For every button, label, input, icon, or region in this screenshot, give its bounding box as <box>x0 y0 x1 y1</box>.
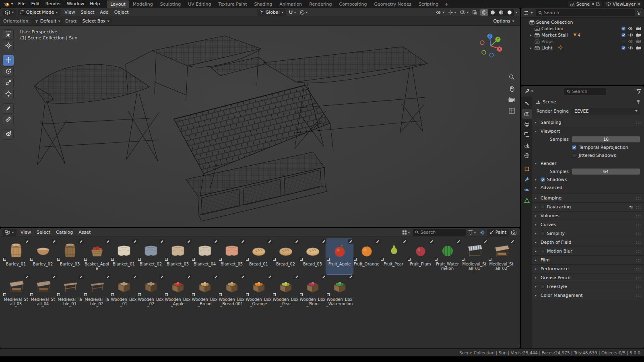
panel-header-sampling[interactable]: ▾ Sampling <box>532 118 644 127</box>
checkbox-checked[interactable] <box>541 177 545 182</box>
editor-type-button[interactable] <box>523 9 534 16</box>
editor-type-button[interactable] <box>2 9 17 16</box>
properties-tab-object[interactable] <box>522 164 532 174</box>
asset-item-bread-02[interactable]: Bread_02 <box>272 239 299 274</box>
properties-tab-data[interactable] <box>522 195 532 205</box>
panel-header-performance[interactable]: ▸ Performance <box>532 264 644 273</box>
viewport-menu-object[interactable]: Object <box>111 8 132 16</box>
asset-item-wooden-box-watermelon[interactable]: Wooden_Box_Watermelon <box>326 274 353 310</box>
drag-dots-icon[interactable] <box>636 121 641 124</box>
remove-viewlayer-icon[interactable] <box>637 2 640 6</box>
checkbox-checked[interactable] <box>621 46 625 50</box>
disable-render-icon[interactable] <box>636 46 641 50</box>
asset-menu-asset[interactable]: Asset <box>76 228 93 237</box>
workspace-tab-rendering[interactable]: Rendering <box>305 0 335 8</box>
hide-eye-icon[interactable] <box>628 27 634 31</box>
properties-search-input[interactable] <box>572 89 604 94</box>
panel-header-color-management[interactable]: ▸ Color Management <box>532 291 644 300</box>
workspace-tab-modeling[interactable]: Modeling <box>129 0 157 8</box>
asset-item-wooden-box-pear[interactable]: Wooden_Box_Pear <box>272 274 299 310</box>
panel-header-motion-blur[interactable]: ▸ Motion Blur <box>532 247 644 255</box>
asset-item-medieval-stall-04[interactable]: Medieval_Stall_04 <box>29 274 56 310</box>
asset-search-input[interactable] <box>421 230 463 235</box>
render-engine-dropdown[interactable]: EEVEE <box>572 108 640 115</box>
checkbox-unchecked[interactable] <box>541 205 545 209</box>
asset-item-medieval-table-01[interactable]: Medieval_Table_01 <box>56 274 83 310</box>
menu-window[interactable]: Window <box>64 0 87 8</box>
drag-dots-icon[interactable] <box>636 206 641 209</box>
panel-header-freestyle[interactable]: ▸ Freestyle <box>532 282 644 291</box>
disable-render-icon[interactable] <box>636 39 641 43</box>
asset-item-medieval-stall-03[interactable]: Medieval_Stall_03 <box>2 274 29 310</box>
screenshot-button[interactable] <box>510 229 518 236</box>
asset-item-wooden-box-bread[interactable]: Wooden_Box_Bread <box>191 274 218 310</box>
asset-item-wooden-box-plum[interactable]: Wooden_Box_Plum <box>299 274 326 310</box>
asset-item-bread-03[interactable]: Bread_03 <box>299 239 326 274</box>
panel-header-film[interactable]: ▸ Film <box>532 255 644 264</box>
workspace-tab-sculpting[interactable]: Sculpting <box>157 0 184 8</box>
workspace-tab-layout[interactable]: Layout <box>107 0 129 8</box>
viewport-menu-view[interactable]: View <box>62 8 78 16</box>
tool-scale-button[interactable] <box>3 78 14 88</box>
outliner-row-scene-collection[interactable]: Scene Collection <box>521 19 644 25</box>
overlays-button[interactable] <box>459 9 470 16</box>
viewlayer-selector[interactable]: ViewLayer <box>604 1 642 7</box>
blender-menu-button[interactable] <box>2 2 15 7</box>
outliner-row-market-stall[interactable]: ▸ Market Stall4 <box>521 32 644 38</box>
tool-rotate-button[interactable] <box>3 66 14 77</box>
drag-dots-icon[interactable] <box>636 259 641 262</box>
proportional-editing-button[interactable] <box>299 9 309 16</box>
asset-item-blanket-05[interactable]: Blanket_05 <box>218 239 245 274</box>
checkbox-unchecked[interactable] <box>541 284 545 289</box>
outliner-row-collection[interactable]: Collection <box>521 25 644 32</box>
disable-render-icon[interactable] <box>636 27 641 31</box>
viewport-menu-select[interactable]: Select <box>78 8 97 16</box>
hide-eye-icon[interactable] <box>628 46 634 50</box>
grid-view-icon[interactable] <box>509 108 515 114</box>
workspace-tab-texture-paint[interactable]: Texture Paint <box>215 0 251 8</box>
outliner-row-light[interactable]: ▸ Light <box>521 45 644 51</box>
navigation-gizmo[interactable]: Z Y X <box>477 32 504 59</box>
workspace-tab-scripting[interactable]: Scripting <box>415 0 442 8</box>
tool-select-box-button[interactable] <box>3 29 14 40</box>
asset-item-fruit-apple[interactable]: Fruit_Apple <box>326 239 353 274</box>
asset-item-blanket-02[interactable]: Blanket_02 <box>137 239 164 274</box>
hide-eye-icon[interactable] <box>628 39 634 43</box>
viewport-samples-field[interactable]: 16 <box>572 136 640 142</box>
filter-icon[interactable] <box>636 89 641 94</box>
workspace-tab-uv-editing[interactable]: UV Editing <box>184 0 215 8</box>
display-mode-button[interactable] <box>401 229 411 236</box>
properties-tab-physics[interactable] <box>522 185 532 195</box>
panel-header-depth-of-field[interactable]: ▸ Depth of Field <box>532 238 644 247</box>
asset-item-bread-01[interactable]: Bread_01 <box>245 239 272 274</box>
workspace-tab-animation[interactable]: Animation <box>276 0 305 8</box>
panel-header-clamping[interactable]: ▸ Clamping <box>532 193 644 202</box>
checkbox-unchecked[interactable] <box>541 249 545 253</box>
object-visibility-button[interactable] <box>435 9 446 16</box>
drag-dots-icon[interactable] <box>636 241 641 244</box>
drag-dots-icon[interactable] <box>636 223 641 226</box>
checkbox-unchecked[interactable] <box>541 231 545 236</box>
drag-dots-icon[interactable] <box>636 276 641 280</box>
gizmos-button[interactable] <box>447 9 458 16</box>
asset-settings-button[interactable] <box>479 229 486 236</box>
drag-dots-icon[interactable] <box>636 214 641 218</box>
drag-dots-icon[interactable] <box>636 197 641 200</box>
viewport-canvas[interactable]: User Perspective (1) Scene Collection | … <box>0 26 520 227</box>
asset-item-fruit-plum[interactable]: Fruit_Plum <box>407 239 434 274</box>
panel-header-shadows[interactable]: ▸ Shadows <box>532 175 644 183</box>
xray-toggle-button[interactable] <box>471 9 479 16</box>
menu-render[interactable]: Render <box>43 0 64 8</box>
drag-dots-icon[interactable] <box>636 267 641 271</box>
asset-item-blanket-01[interactable]: Blanket_01 <box>110 239 137 274</box>
hide-eye-icon[interactable] <box>436 10 442 14</box>
drag-dots-icon[interactable] <box>636 232 641 235</box>
asset-item-fruit-pear[interactable]: Fruit_Pear <box>380 239 407 274</box>
shading-wireframe-button[interactable] <box>480 9 488 16</box>
hide-eye-icon[interactable] <box>628 33 634 37</box>
tool-add-cube-button[interactable] <box>3 129 14 140</box>
asset-item-medieval-table-02[interactable]: Medieval_Table_02 <box>83 274 110 310</box>
asset-item-wooden-box-apple[interactable]: Wooden_Box_Apple <box>164 274 191 310</box>
asset-item-medieval-stall-02[interactable]: Medieval_Stall_02 <box>488 239 515 274</box>
checkbox-unchecked[interactable] <box>621 39 625 43</box>
